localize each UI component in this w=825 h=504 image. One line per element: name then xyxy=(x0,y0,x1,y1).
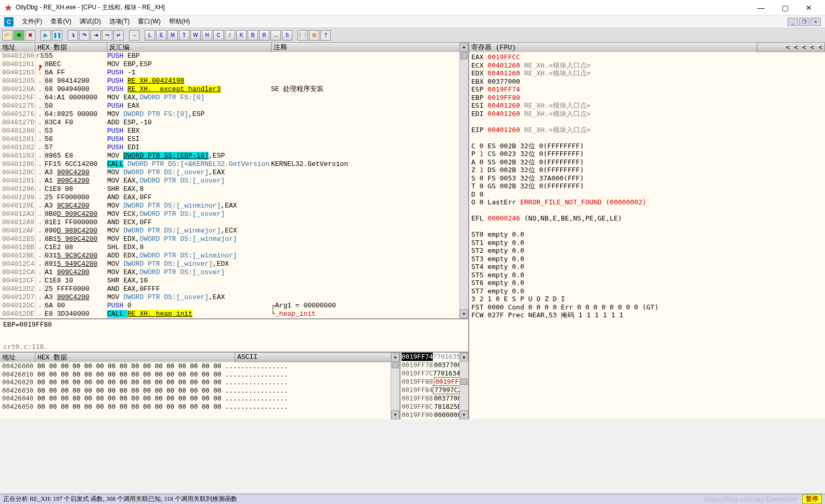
disasm-row[interactable]: 00401265.68 98414200PUSH RE_XH.00424198 xyxy=(0,77,468,85)
stack-pane[interactable]: 0019FF7477016359返回到 KERNEL32.77016359001… xyxy=(401,353,468,419)
reg-line[interactable] xyxy=(471,118,823,126)
reg-line[interactable]: ESP 0019FF74 xyxy=(471,85,823,94)
tool-handles[interactable]: H xyxy=(202,30,212,41)
tool-help[interactable]: ? xyxy=(320,30,331,41)
tool-threads[interactable]: T xyxy=(179,30,189,41)
tool-patches[interactable]: / xyxy=(225,30,235,41)
reg-line[interactable]: EFL 00000246 (NO,NB,E,BE,NS,PE,GE,LE) xyxy=(471,214,823,223)
reg-line[interactable]: A 0 SS 002B 32位 0(FFFFFFFF) xyxy=(471,158,823,166)
regs-title[interactable]: 寄存器 (FPU) xyxy=(469,43,757,52)
disasm-scrollbar[interactable]: ▲ ▼ xyxy=(459,43,468,318)
stack-row[interactable]: 0019FF7C77016340KERNEL32.BaseThreadInitT… xyxy=(402,369,468,378)
reg-line[interactable]: S 0 FS 0053 32位 37A000(FFF) xyxy=(471,174,823,183)
stack-scrollbar[interactable]: ▲ ▼ xyxy=(459,353,468,419)
tool-references[interactable]: R xyxy=(259,30,269,41)
dump-scroll-thumb[interactable] xyxy=(392,362,399,368)
disasm-row[interactable]: 00401291.A1 909C4200MOV EAX,DWORD PTR DS… xyxy=(0,177,468,185)
tool-restart[interactable]: ⟲ xyxy=(14,30,24,41)
disasm-row[interactable]: 00401260r$55PUSH EBP xyxy=(0,52,468,60)
disasm-row[interactable]: 0040127D.83C4 F0ADD ESP,-10 xyxy=(0,119,468,127)
mdi-minimize[interactable]: _ xyxy=(788,18,798,26)
stack-row[interactable]: 0019FF8C781825B5 xyxy=(402,403,468,411)
tool-step-into[interactable]: ↴ xyxy=(68,30,78,41)
stack-row[interactable]: 0019FF7477016359返回到 KERNEL32.77016359 xyxy=(402,353,468,361)
disasm-row[interactable]: 004012DC.6A 00PUSH 0┌Arg1 = 00000000 xyxy=(0,302,468,310)
disasm-row[interactable]: 0040129E.A3 9C9C4200MOV DWORD PTR DS:[_w… xyxy=(0,202,468,210)
reg-line[interactable]: ESI 00401260 RE_XH.<模块入口点> xyxy=(471,101,823,110)
disasm-row[interactable]: 004012DE.E8 3D340000CALL RE_XH._heap_ini… xyxy=(0,310,468,318)
disasm-row[interactable]: 004012B5.8B15 989C4200MOV EDX,DWORD PTR … xyxy=(0,235,468,243)
dump-col-hex[interactable]: HEX 数据 xyxy=(35,353,235,362)
col-hex[interactable]: HEX 数据 xyxy=(35,43,107,52)
reg-line[interactable]: O 0 LastErr ERROR_FILE_NOT_FOUND (000000… xyxy=(471,198,823,206)
tool-trace-over[interactable]: ⤳ xyxy=(102,30,112,41)
reg-line[interactable]: ST3 empty 0.0 xyxy=(471,255,823,263)
regs-body[interactable]: EAX 0019FFCCECX 00401260 RE_XH.<模块入口点>ED… xyxy=(469,52,825,419)
stack-row[interactable]: 0019FF8800377000 xyxy=(402,394,468,403)
col-disasm[interactable]: 反汇编 xyxy=(107,43,272,52)
disasm-row[interactable]: 00401263.6A FFPUSH -1 xyxy=(0,69,468,77)
dump-scroll-up[interactable]: ▲ xyxy=(391,353,399,361)
dump-row[interactable]: 00426040 00 00 00 00 00 00 00 00 00 00 0… xyxy=(2,394,399,403)
disasm-row[interactable]: 00401299.25 FF000000AND EAX,0FF xyxy=(0,193,468,202)
reg-line[interactable]: ST0 empty 0.0 xyxy=(471,230,823,239)
col-comment[interactable]: 注释 xyxy=(272,43,468,52)
reg-line[interactable]: EDI 00401260 RE_XH.<模块入口点> xyxy=(471,110,823,118)
reg-line[interactable]: EDX 00401260 RE_XH.<模块入口点> xyxy=(471,69,823,77)
disasm-row[interactable]: 0040126F.64:A1 0000000MOV EAX,DWORD PTR … xyxy=(0,94,468,102)
menu-debug[interactable]: 调试(D) xyxy=(75,16,105,27)
reg-line[interactable] xyxy=(471,206,823,215)
tool-breakpoints[interactable]: B xyxy=(248,30,258,41)
disasm-row[interactable]: 00401286.FF15 6CC14200CALL DWORD PTR DS:… xyxy=(0,160,468,169)
tool-windows[interactable]: W xyxy=(190,30,201,41)
dump-row[interactable]: 00426010 00 00 00 00 00 00 00 00 00 00 0… xyxy=(2,370,399,379)
dump-row[interactable]: 00426050 00 00 00 00 00 00 00 00 00 00 0… xyxy=(2,403,399,411)
disasm-row[interactable]: 004012D2.25 FFFF0000AND EAX,0FFFF xyxy=(0,285,468,293)
col-address[interactable]: 地址 xyxy=(0,43,35,52)
disasm-row[interactable]: 00401275.50PUSH EAX xyxy=(0,102,468,110)
dump-body[interactable]: 00426000 00 00 00 00 00 00 00 00 00 00 0… xyxy=(0,362,399,419)
mdi-restore[interactable]: ❐ xyxy=(799,18,809,26)
reg-line[interactable]: FST 0000 Cond 0 0 0 0 Err 0 0 0 0 0 0 0 … xyxy=(471,303,823,312)
reg-line[interactable]: ST2 empty 0.0 xyxy=(471,247,823,255)
disasm-row[interactable]: 00401296.C1E8 08SHR EAX,8 xyxy=(0,185,468,193)
stack-row[interactable]: 0019FF8477997C24返回到 ntdll.77997C24 xyxy=(402,386,468,394)
reg-line[interactable] xyxy=(471,134,823,142)
scroll-thumb[interactable] xyxy=(460,52,468,59)
disasm-row[interactable]: 004012A9.81E1 FF000000AND ECX,0FF xyxy=(0,218,468,227)
reg-line[interactable]: EIP 00401260 RE_XH.<模块入口点> xyxy=(471,126,823,134)
tool-goto[interactable]: → xyxy=(129,30,139,41)
dump-pane[interactable]: 地址 HEX 数据 ASCII 00426000 00 00 00 00 00 … xyxy=(0,353,401,419)
tool-pause[interactable]: ❚❚ xyxy=(52,30,62,41)
regs-nav[interactable]: < < < < < xyxy=(757,43,825,51)
reg-line[interactable]: P 1 CS 0023 32位 0(FFFFFFFF) xyxy=(471,150,823,158)
disasm-row[interactable]: 004012AF.890D 989C4200MOV DWORD PTR DS:[… xyxy=(0,227,468,235)
reg-line[interactable]: EBP 0019FF80 xyxy=(471,94,823,102)
reg-line[interactable]: T 0 GS 002B 32位 0(FFFFFFFF) xyxy=(471,182,823,190)
tool-config2[interactable]: ⊞ xyxy=(309,30,319,41)
menu-view[interactable]: 查看(V) xyxy=(46,16,75,27)
disasm-row[interactable]: 004012CA.A1 909C4200MOV EAX,DWORD PTR DS… xyxy=(0,268,468,277)
reg-line[interactable]: ST7 empty 0.0 xyxy=(471,287,823,295)
disasm-row[interactable]: 004012CF.C1E8 10SHR EAX,10 xyxy=(0,277,468,285)
disasm-row[interactable]: 0040126A.68 90494000PUSH RE_XH.__except_… xyxy=(0,85,468,94)
menu-window[interactable]: 窗口(W) xyxy=(134,16,164,27)
dump-row[interactable]: 00426020 00 00 00 00 00 00 00 00 00 00 0… xyxy=(2,378,399,386)
tool-source[interactable]: S xyxy=(282,30,292,41)
reg-line[interactable]: Z 1 DS 002B 32位 0(FFFFFFFF) xyxy=(471,166,823,174)
stack-body[interactable]: 0019FF7477016359返回到 KERNEL32.77016359001… xyxy=(401,353,468,419)
disasm-row[interactable]: 0040128C.A3 909C4200MOV DWORD PTR DS:[_o… xyxy=(0,169,468,177)
disasm-row[interactable]: 004012BB.C1E2 08SHL EDX,8 xyxy=(0,243,468,252)
tool-callstack[interactable]: K xyxy=(236,30,247,41)
stack-scroll-up[interactable]: ▲ xyxy=(460,353,468,361)
stack-row[interactable]: 0019FF800019FFDC xyxy=(402,378,468,386)
registers-pane[interactable]: 寄存器 (FPU) < < < < < EAX 0019FFCCECX 0040… xyxy=(469,43,825,419)
disasm-row[interactable]: 004012BE.0315 9C9C4200ADD EDX,DWORD PTR … xyxy=(0,252,468,260)
tool-open[interactable]: 📂 xyxy=(2,30,12,41)
disasm-row[interactable]: 00401261.8BECMOV EBP,ESP xyxy=(0,60,468,69)
disasm-row[interactable]: 004012A3.8B0D 909C4200MOV ECX,DWORD PTR … xyxy=(0,210,468,218)
dump-col-addr[interactable]: 地址 xyxy=(0,353,35,362)
disasm-row[interactable]: 00401280.53PUSH EBX xyxy=(0,127,468,135)
disasm-row[interactable]: 00401281.56PUSH ESI xyxy=(0,135,468,144)
reg-line[interactable]: ST5 empty 0.0 xyxy=(471,271,823,279)
